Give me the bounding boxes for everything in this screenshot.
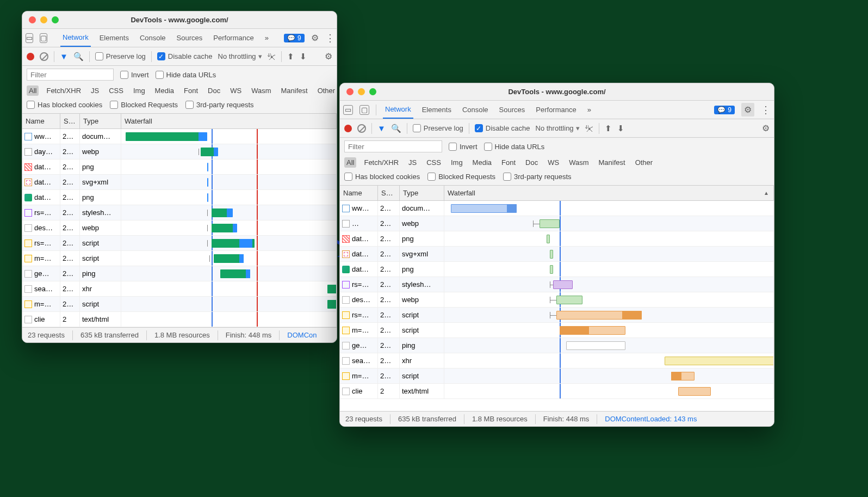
col-name[interactable]: Name	[340, 186, 378, 200]
preserve-log-checkbox[interactable]: Preserve log	[95, 52, 146, 60]
hide-data-urls-checkbox[interactable]: Hide data URLs	[484, 143, 545, 151]
table-row[interactable]: m=…2…script	[340, 369, 774, 384]
col-status[interactable]: S…	[60, 114, 80, 128]
tab-network[interactable]: Network	[60, 29, 91, 47]
record-icon[interactable]	[344, 125, 352, 132]
col-type[interactable]: Type	[400, 186, 444, 200]
close-icon[interactable]	[346, 88, 354, 95]
menu-icon[interactable]: ⋮	[325, 32, 335, 44]
issues-badge[interactable]: 💬 9	[714, 106, 735, 114]
filter-chip-wasm[interactable]: Wasm	[567, 157, 591, 168]
upload-icon[interactable]: ⬆	[605, 124, 612, 133]
search-icon[interactable]: 🔍	[391, 124, 401, 133]
filter-chip-css[interactable]: CSS	[424, 157, 443, 168]
inspect-icon[interactable]: ▭	[26, 33, 33, 43]
tab-console[interactable]: Console	[460, 101, 491, 119]
device-toggle-icon[interactable]: ▢	[359, 105, 369, 115]
filter-chip-ws[interactable]: WS	[228, 85, 244, 96]
tab-more[interactable]: »	[263, 29, 271, 47]
panel-settings-icon[interactable]: ⚙	[762, 123, 770, 133]
tab-performance[interactable]: Performance	[534, 101, 578, 119]
filter-input[interactable]	[344, 140, 442, 152]
filter-chip-wasm[interactable]: Wasm	[249, 85, 273, 96]
disable-cache-checkbox[interactable]: ✓Disable cache	[475, 124, 530, 132]
filter-chip-font[interactable]: Font	[499, 157, 518, 168]
table-row[interactable]: sea…2…xhr	[340, 353, 774, 369]
filter-chip-media[interactable]: Media	[153, 85, 176, 96]
filter-chip-font[interactable]: Font	[182, 85, 200, 96]
blocked-requests-checkbox[interactable]: Blocked Requests	[427, 173, 495, 181]
filter-chip-js[interactable]: JS	[406, 157, 419, 168]
download-icon[interactable]: ⬇	[617, 124, 624, 133]
filter-chip-all[interactable]: All	[344, 157, 356, 168]
device-toggle-icon[interactable]: ▢	[40, 33, 47, 43]
table-row[interactable]: sea…2…xhr	[22, 281, 337, 297]
filter-chip-media[interactable]: Media	[470, 157, 494, 168]
zoom-icon[interactable]	[52, 16, 59, 23]
table-row[interactable]: rs=…2…script	[22, 236, 337, 251]
search-icon[interactable]: 🔍	[73, 52, 84, 62]
issues-badge[interactable]: 💬 9	[284, 34, 305, 42]
filter-chip-img[interactable]: Img	[131, 85, 147, 96]
settings-icon[interactable]: ⚙	[741, 103, 754, 116]
close-icon[interactable]	[29, 16, 36, 23]
filter-icon[interactable]: ▼	[60, 52, 68, 61]
tab-sources[interactable]: Sources	[497, 101, 528, 119]
filter-chip-manifest[interactable]: Manifest	[278, 85, 309, 96]
table-row[interactable]: rs=…2…stylesh…	[340, 277, 774, 292]
clear-icon[interactable]	[357, 124, 366, 133]
filter-chip-doc[interactable]: Doc	[523, 157, 540, 168]
inspect-icon[interactable]: ▭	[343, 105, 353, 115]
col-name[interactable]: Name	[22, 114, 60, 128]
network-conditions-icon[interactable]: ⏧	[585, 124, 593, 133]
third-party-checkbox[interactable]: 3rd-party requests	[503, 173, 572, 181]
filter-chip-all[interactable]: All	[27, 85, 39, 96]
table-row[interactable]: rs=…2…stylesh…	[22, 205, 337, 220]
menu-icon[interactable]: ⋮	[761, 104, 771, 116]
invert-checkbox[interactable]: Invert	[449, 143, 478, 151]
minimize-icon[interactable]	[40, 16, 47, 23]
table-row[interactable]: rs=…2…script	[340, 308, 774, 323]
has-blocked-cookies-checkbox[interactable]: Has blocked cookies	[344, 173, 420, 181]
tab-performance[interactable]: Performance	[211, 29, 256, 47]
table-row[interactable]: m=…2…script	[22, 251, 337, 266]
table-row[interactable]: clie2text/html	[340, 384, 774, 399]
third-party-checkbox[interactable]: 3rd-party requests	[185, 101, 254, 109]
table-row[interactable]: des…2…webp	[22, 220, 337, 236]
col-status[interactable]: S…	[378, 186, 400, 200]
panel-settings-icon[interactable]: ⚙	[325, 51, 332, 62]
filter-chip-img[interactable]: Img	[449, 157, 465, 168]
minimize-icon[interactable]	[358, 88, 365, 95]
table-row[interactable]: des…2…webp	[340, 292, 774, 308]
zoom-icon[interactable]	[369, 88, 376, 95]
preserve-log-checkbox[interactable]: Preserve log	[413, 124, 463, 132]
window-titlebar[interactable]: DevTools - www.google.com/	[22, 11, 337, 29]
invert-checkbox[interactable]: Invert	[120, 71, 149, 79]
throttle-select[interactable]: No throttling▾	[218, 52, 262, 60]
throttle-select[interactable]: No throttling▾	[536, 124, 580, 132]
window-titlebar[interactable]: DevTools - www.google.com/	[340, 83, 774, 101]
filter-chip-fetchxhr[interactable]: Fetch/XHR	[44, 85, 83, 96]
table-row[interactable]: dat…2…svg+xml	[22, 175, 337, 190]
filter-chip-js[interactable]: JS	[89, 85, 101, 96]
tab-network[interactable]: Network	[383, 101, 413, 119]
table-row[interactable]: ge…2…ping	[22, 266, 337, 281]
table-row[interactable]: ge…2…ping	[340, 338, 774, 353]
tab-sources[interactable]: Sources	[175, 29, 205, 47]
col-waterfall[interactable]: Waterfall▲	[444, 186, 774, 200]
filter-chip-other[interactable]: Other	[315, 85, 337, 96]
filter-chip-other[interactable]: Other	[633, 157, 655, 168]
tab-more[interactable]: »	[585, 101, 593, 119]
filter-chip-css[interactable]: CSS	[107, 85, 126, 96]
filter-chip-doc[interactable]: Doc	[206, 85, 222, 96]
upload-icon[interactable]: ⬆	[287, 52, 294, 62]
table-row[interactable]: m=…2…script	[22, 297, 337, 312]
filter-chip-ws[interactable]: WS	[545, 157, 561, 168]
table-row[interactable]: dat…2…png	[22, 159, 337, 175]
table-row[interactable]: clie2text/html	[22, 312, 337, 327]
table-row[interactable]: dat…2…png	[340, 231, 774, 247]
tab-elements[interactable]: Elements	[97, 29, 131, 47]
blocked-requests-checkbox[interactable]: Blocked Requests	[110, 101, 178, 109]
network-conditions-icon[interactable]: ⏧	[268, 52, 276, 61]
has-blocked-cookies-checkbox[interactable]: Has blocked cookies	[27, 101, 102, 109]
